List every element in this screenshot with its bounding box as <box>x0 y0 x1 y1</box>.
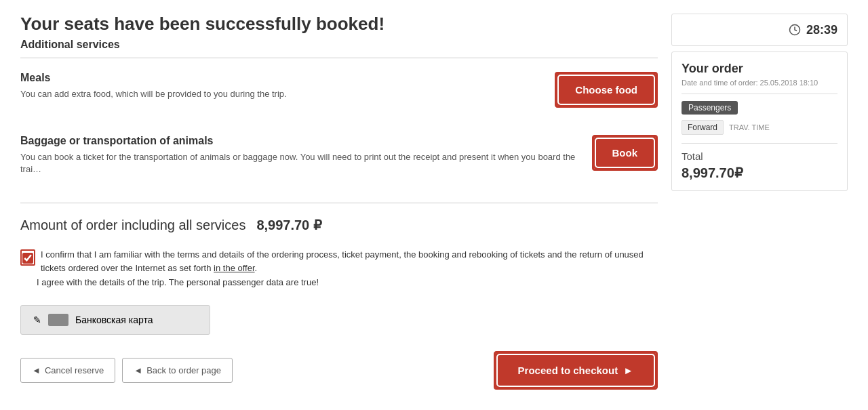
meals-name: Meals <box>20 72 541 84</box>
baggage-name: Baggage or transportation of animals <box>20 135 578 147</box>
confirm-checkbox[interactable] <box>22 253 33 264</box>
checkbox-highlight <box>20 249 35 266</box>
payment-row: ✎ Банковская карта <box>20 305 658 335</box>
choose-food-button[interactable]: Choose food <box>559 76 654 104</box>
section-divider-2 <box>20 203 658 203</box>
additional-services-title: Additional services <box>20 39 658 51</box>
amount-value: 8,997.70 ₽ <box>256 217 321 233</box>
confirm-area: I confirm that I am familiar with the te… <box>20 244 658 291</box>
choose-food-highlight: Choose food <box>555 72 658 108</box>
bottom-actions: ◄ Cancel reserve ◄ Back to order page Pr… <box>20 351 658 390</box>
bottom-left-actions: ◄ Cancel reserve ◄ Back to order page <box>20 358 233 383</box>
meals-description: You can add extra food, which will be pr… <box>20 88 541 100</box>
order-panel: Your order Date and time of order: 25.05… <box>671 52 848 191</box>
proceed-highlight: Proceed to checkout ► <box>494 351 658 390</box>
proceed-arrow-icon: ► <box>623 365 633 376</box>
card-icon <box>48 314 68 326</box>
sidebar: 28:39 Your order Date and time of order:… <box>671 14 848 390</box>
order-date: Date and time of order: 25.05.2018 18:10 <box>682 79 837 87</box>
order-total-divider <box>682 143 837 144</box>
cancel-reserve-button[interactable]: ◄ Cancel reserve <box>20 358 115 383</box>
order-title: Your order <box>682 62 837 76</box>
cancel-arrow-icon: ◄ <box>32 365 41 375</box>
baggage-action: Book <box>592 135 658 171</box>
baggage-row: Baggage or transportation of animals You… <box>20 135 658 189</box>
meals-row: Meals You can add extra food, which will… <box>20 72 658 121</box>
payment-label: Банковская карта <box>75 314 153 325</box>
forward-badge: Forward <box>682 120 724 135</box>
back-to-order-button[interactable]: ◄ Back to order page <box>122 358 233 383</box>
book-highlight: Book <box>592 135 658 171</box>
forward-row: Forward TRAV. TIME <box>682 120 837 135</box>
offer-link[interactable]: in the offer <box>214 263 254 273</box>
order-divider <box>682 94 837 94</box>
payment-button[interactable]: ✎ Банковская карта <box>20 305 210 335</box>
passengers-badge: Passengers <box>682 101 738 115</box>
confirm-text: I confirm that I am familiar with the te… <box>41 248 658 274</box>
total-label: Total <box>682 150 837 162</box>
proceed-to-checkout-button[interactable]: Proceed to checkout ► <box>498 355 654 386</box>
payment-edit-icon: ✎ <box>33 314 41 325</box>
trav-time-label: TRAV. TIME <box>729 123 770 131</box>
success-title: Your seats have been successfully booked… <box>20 14 658 35</box>
total-amount: 8,997.70₽ <box>682 165 837 181</box>
section-divider <box>20 58 658 58</box>
currency-symbol: ₽ <box>313 218 322 232</box>
meals-action: Choose food <box>555 72 658 108</box>
timer-bar: 28:39 <box>671 14 848 46</box>
amount-label: Amount of order including all services <box>20 218 245 233</box>
meals-info: Meals You can add extra food, which will… <box>20 72 555 100</box>
book-button[interactable]: Book <box>596 139 654 167</box>
back-arrow-icon: ◄ <box>134 365 142 375</box>
clock-icon <box>789 24 801 36</box>
baggage-info: Baggage or transportation of animals You… <box>20 135 592 176</box>
agree-text: I agree with the details of the trip. Th… <box>37 277 658 287</box>
confirm-row: I confirm that I am familiar with the te… <box>20 248 658 274</box>
timer-value: 28:39 <box>806 23 837 37</box>
amount-row: Amount of order including all services 8… <box>20 217 658 233</box>
main-content: Your seats have been successfully booked… <box>20 14 658 390</box>
baggage-description: You can book a ticket for the transporta… <box>20 151 578 176</box>
